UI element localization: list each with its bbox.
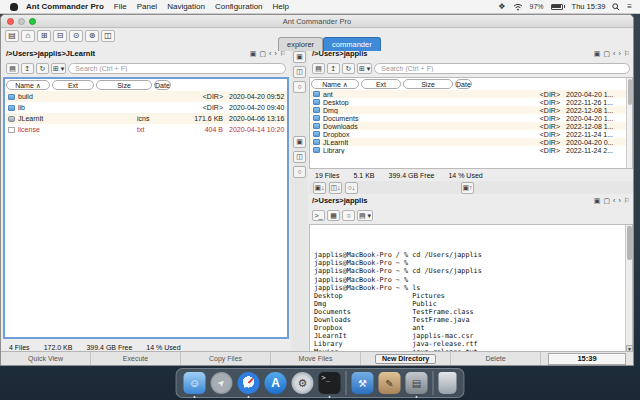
copy-path-icon[interactable]: ▣	[594, 50, 601, 58]
menu-item[interactable]: Configuration	[215, 2, 263, 11]
print-icon[interactable]: ▤	[6, 63, 19, 74]
copy-panel-icon[interactable]: ◫	[293, 66, 306, 78]
advanced-search-icon[interactable]: ⊛	[85, 30, 99, 42]
forward-icon[interactable]: ›	[618, 50, 620, 58]
column-header[interactable]: Name ∧	[311, 79, 359, 89]
terminal-scrollbar[interactable]: ▼	[625, 225, 632, 352]
expand-panel-icon[interactable]: ▣	[293, 136, 306, 148]
tab[interactable]: explorer	[278, 37, 323, 51]
Downloads[interactable]: Downloads <DIR> 2022-12-08 1...	[310, 122, 632, 130]
expand-panel-icon[interactable]: ▣	[293, 51, 306, 63]
dropbox-menu-icon[interactable]: ❖	[498, 2, 505, 11]
Documents[interactable]: Documents <DIR> 2020-04-20 1...	[310, 114, 632, 122]
system-preferences-icon[interactable]: ⚙	[292, 372, 314, 394]
Dmg[interactable]: Dmg <DIR> 2022-12-08 1...	[310, 106, 632, 114]
title-bar[interactable]: Ant Commander Pro	[1, 15, 633, 28]
dock-separator[interactable]	[433, 371, 434, 395]
menu-app-name[interactable]: Ant Commander Pro	[26, 2, 104, 11]
function-button[interactable]: New Directory	[361, 352, 451, 365]
safari-icon[interactable]	[238, 372, 260, 394]
lib[interactable]: lib <DIR> 2020-04-20 09:40	[5, 102, 287, 113]
tab[interactable]: commander	[323, 37, 381, 51]
column-header[interactable]: Ext	[361, 79, 401, 89]
menu-item[interactable]: File	[114, 2, 127, 11]
left-panel-path[interactable]: />Users>japplis>JLearnIt	[6, 49, 95, 58]
back-icon[interactable]: ‹	[269, 50, 271, 58]
up-level-icon[interactable]: ↥	[327, 63, 340, 74]
launchpad-icon[interactable]: ➤	[211, 372, 233, 394]
bookmark-icon[interactable]: ⚐	[624, 50, 630, 58]
finder-icon[interactable]: ☺	[184, 372, 206, 394]
remove-panel-icon[interactable]: ⊟	[53, 30, 67, 42]
JLearnIt[interactable]: JLearnIt icns 171.6 KB 2020-04-06 13:16	[5, 113, 287, 124]
menu-item[interactable]: Navigation	[167, 2, 205, 11]
right-search-input[interactable]	[374, 63, 630, 74]
back-icon[interactable]: ‹	[613, 50, 615, 58]
add-panel-icon[interactable]: ⊞	[37, 30, 51, 42]
forward-icon[interactable]: ›	[274, 50, 276, 58]
function-button[interactable]: Move Files	[271, 352, 361, 365]
license[interactable]: license txt 404 B 2020-04-14 10:20	[5, 124, 287, 135]
script-editor-icon[interactable]: ✎	[379, 372, 401, 394]
appstore-icon[interactable]: A	[265, 372, 287, 394]
column-header[interactable]: Date	[154, 80, 171, 90]
view-mode-icon[interactable]: ⊞ ▾	[357, 63, 372, 74]
shell-select-icon[interactable]: ▤ ▾	[357, 210, 373, 221]
expand-up-icon[interactable]: ▣↑	[461, 182, 474, 194]
control-center-icon[interactable]: ≡	[627, 2, 632, 11]
menu-item[interactable]: Panel	[137, 2, 157, 11]
copy-path-icon[interactable]: ▣	[250, 50, 257, 58]
trash-icon[interactable]	[439, 372, 457, 394]
sync-panel-icon[interactable]: ○	[293, 166, 306, 178]
function-button[interactable]: Execute	[91, 352, 181, 365]
refresh-icon[interactable]: ↻	[342, 63, 355, 74]
column-header[interactable]: Size	[403, 79, 453, 89]
terminal-output[interactable]: japplis@MacBook-Pro / % cd /Users/jappli…	[309, 224, 633, 353]
terminal-path[interactable]: />Users>japplis	[312, 196, 367, 205]
sync-panel-icon[interactable]: ○	[293, 81, 306, 93]
JLearnIt[interactable]: JLearnIt <DIR> 2020-04-20 0...	[310, 138, 632, 146]
copy-panel-icon[interactable]: ◫	[293, 151, 306, 163]
xcode-icon[interactable]: ⚒	[352, 372, 374, 394]
terminal-icon[interactable]: >_	[312, 210, 325, 221]
up-level-icon[interactable]: ↥	[21, 63, 34, 74]
new-folder-icon[interactable]: ▢	[259, 50, 266, 58]
column-header[interactable]: Size	[96, 80, 152, 90]
copy-down-icon[interactable]: ◫↓	[329, 182, 342, 194]
dock-separator[interactable]	[346, 371, 347, 395]
Dropbox[interactable]: Dropbox <DIR> 2022-11-24 1...	[310, 130, 632, 138]
home-icon[interactable]: ⌂	[21, 30, 35, 42]
menu-clock[interactable]: Thu 15:39	[572, 2, 606, 11]
new-folder-icon[interactable]: ▢	[603, 50, 610, 58]
sync-down-icon[interactable]: ○↓	[345, 182, 358, 194]
apple-menu-icon[interactable]	[10, 3, 18, 11]
Desktop[interactable]: Desktop <DIR> 2022-11-26 1...	[310, 98, 632, 106]
swap-panels-icon[interactable]: ◫	[101, 30, 115, 42]
terminal-icon[interactable]: >_	[319, 372, 341, 394]
function-button[interactable]: Copy Files	[181, 352, 271, 365]
new-folder-icon[interactable]: ▢	[603, 197, 610, 205]
refresh-icon[interactable]: ↻	[36, 63, 49, 74]
archive-app-icon[interactable]: ▤	[406, 372, 428, 394]
column-header[interactable]: Date	[455, 79, 472, 89]
expand-down-icon[interactable]: ▣↓	[313, 182, 326, 194]
function-button[interactable]: Quick View	[1, 352, 91, 365]
wifi-icon[interactable]	[513, 3, 523, 11]
copy-path-icon[interactable]: ▣	[594, 197, 601, 205]
forward-icon[interactable]: ›	[618, 197, 620, 205]
menu-item[interactable]: Help	[273, 2, 289, 11]
column-header[interactable]: Ext	[52, 80, 94, 90]
ant[interactable]: ant <DIR> 2020-04-20 1...	[310, 90, 632, 98]
right-list-scrollbar[interactable]	[626, 78, 632, 168]
left-search-input[interactable]	[68, 63, 286, 74]
drive-icon[interactable]: ▤	[5, 30, 19, 42]
print-icon[interactable]: ▤	[312, 63, 325, 74]
search-icon[interactable]: ⊙	[69, 30, 83, 42]
column-header[interactable]: Name ∧	[6, 80, 50, 90]
back-icon[interactable]: ‹	[613, 197, 615, 205]
build[interactable]: build <DIR> 2020-04-20 09:52	[5, 91, 287, 102]
spotlight-icon[interactable]	[612, 3, 620, 11]
Library[interactable]: Library <DIR> 2022-11-24 2...	[310, 146, 632, 154]
new-shell-icon[interactable]: ▦	[327, 210, 340, 221]
bookmark-icon[interactable]: ⚐	[624, 197, 630, 205]
